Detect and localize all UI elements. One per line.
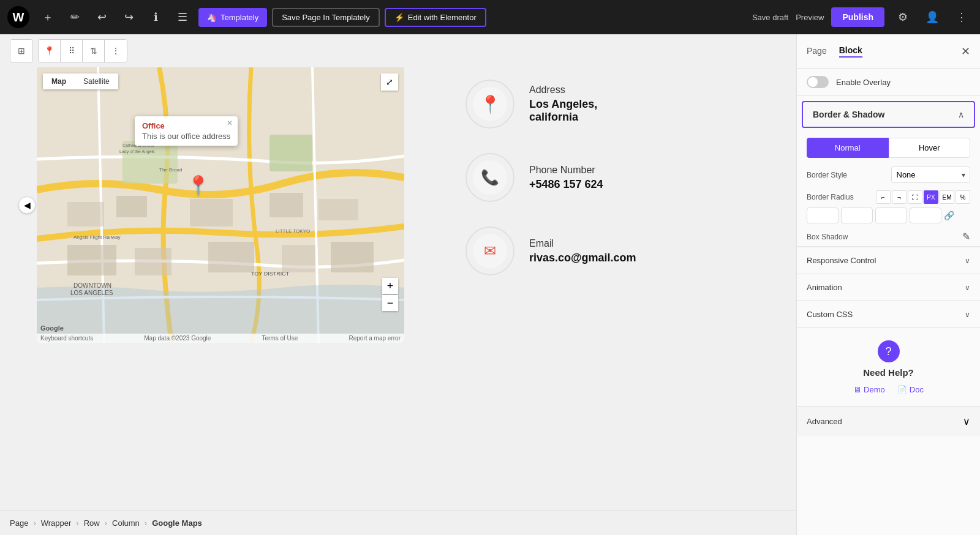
svg-text:TOY DISTRICT: TOY DISTRICT — [251, 271, 290, 277]
advanced-header: Advanced ∨ — [797, 407, 980, 436]
help-title: Need Help? — [807, 367, 970, 378]
state-tab-hover[interactable]: Hover — [889, 138, 971, 158]
nav-arrow-left[interactable]: ◀ — [18, 196, 36, 214]
email-text: Email rivas.co@gmail.com — [529, 238, 636, 264]
toolbar-group-1: ⊞ — [10, 39, 33, 62]
svg-text:DOWNTOWN: DOWNTOWN — [74, 282, 111, 289]
templately-button[interactable]: 🦄 Templately — [198, 8, 267, 27]
map-fullscreen-button[interactable]: ⤢ — [381, 73, 398, 91]
breadcrumb-sep-2: › — [76, 518, 78, 528]
breadcrumb: Page › Wrapper › Row › Column › Google M… — [0, 511, 796, 535]
breadcrumb-column[interactable]: Column — [112, 518, 140, 528]
border-style-select-wrapper: None Solid Dashed Dotted Double — [891, 166, 971, 183]
phone-icon-circle: 📞 — [466, 153, 514, 202]
email-value: rivas.co@gmail.com — [529, 252, 636, 264]
enable-overlay-toggle[interactable] — [807, 76, 829, 88]
border-shadow-section-header[interactable]: Border & Shadow ∧ — [802, 101, 975, 128]
columns-layout-button[interactable]: ⊞ — [10, 40, 32, 62]
br-unit-icon-topright[interactable]: ¬ — [892, 190, 907, 204]
breadcrumb-row[interactable]: Row — [84, 518, 100, 528]
add-button[interactable]: ＋ — [37, 6, 59, 28]
doc-icon: 📄 — [897, 385, 907, 394]
arrows-up-down-button[interactable]: ⇅ — [83, 40, 105, 62]
map-zoom-in-button[interactable]: + — [382, 278, 398, 294]
map-container[interactable]: DOWNTOWN LOS ANGELES TOY DISTRICT Angels… — [37, 67, 404, 343]
settings-button[interactable]: ⚙ — [892, 6, 914, 28]
svg-rect-6 — [67, 245, 116, 275]
box-shadow-edit-icon[interactable]: ✎ — [962, 231, 970, 242]
breadcrumb-google-maps[interactable]: Google Maps — [152, 518, 202, 528]
doc-link[interactable]: 📄 Doc — [897, 385, 924, 394]
border-style-select[interactable]: None Solid Dashed Dotted Double — [891, 166, 971, 183]
preview-button[interactable]: Preview — [796, 13, 824, 22]
map-data-credit: Map data ©2023 Google — [144, 335, 211, 342]
br-unit-percent[interactable]: % — [956, 190, 970, 204]
br-input-bottomright[interactable] — [875, 208, 907, 223]
animation-chevron-icon: ∨ — [965, 283, 970, 292]
tab-block[interactable]: Block — [839, 45, 862, 58]
map-tab-map[interactable]: Map — [43, 73, 75, 89]
more-options-button[interactable]: ⋮ — [951, 6, 973, 28]
br-unit-px[interactable]: PX — [924, 190, 938, 204]
state-tab-normal[interactable]: Normal — [807, 138, 889, 158]
tab-page[interactable]: Page — [807, 46, 827, 57]
svg-rect-1 — [67, 202, 104, 226]
email-icon-inner: ✉ — [473, 234, 507, 268]
map-zoom-out-button[interactable]: − — [382, 295, 398, 311]
topbar: W ＋ ✏ ↩ ↪ ℹ ☰ 🦄 Templately Save Page In … — [0, 0, 980, 34]
help-section: ? Need Help? 🖥 Demo 📄 Doc — [797, 327, 980, 406]
map-tab-satellite[interactable]: Satellite — [75, 73, 118, 89]
responsive-control-section[interactable]: Responsive Control ∨ — [797, 247, 980, 274]
svg-text:The Broad: The Broad — [159, 167, 182, 173]
user-avatar[interactable]: 👤 — [921, 6, 943, 28]
phone-icon-inner: 📞 — [473, 160, 507, 195]
contact-item-email: ✉ Email rivas.co@gmail.com — [466, 226, 760, 275]
menu-button[interactable]: ☰ — [172, 6, 194, 28]
templately-icon: 🦄 — [207, 13, 217, 22]
br-input-topright[interactable] — [841, 208, 873, 223]
advanced-section[interactable]: Advanced ∨ — [797, 406, 980, 436]
map-footer: Keyboard shortcuts Map data ©2023 Google… — [37, 334, 404, 343]
more-button[interactable]: ⋮ — [105, 40, 127, 62]
animation-title: Animation — [807, 283, 965, 292]
br-unit-icon-topleft[interactable]: ⌐ — [876, 190, 891, 204]
contact-item-phone: 📞 Phone Number +5486 157 624 — [466, 153, 760, 202]
wp-logo-icon[interactable]: W — [7, 6, 29, 28]
map-popup-close[interactable]: ✕ — [227, 119, 233, 127]
redo-button[interactable]: ↪ — [118, 6, 140, 28]
info-button[interactable]: ℹ — [145, 6, 167, 28]
breadcrumb-page[interactable]: Page — [10, 518, 28, 528]
svg-rect-8 — [208, 242, 254, 272]
edit-elementor-button[interactable]: ⚡ Edit with Elementor — [385, 8, 486, 27]
location-button[interactable]: 📍 — [39, 40, 61, 62]
elementor-icon: ⚡ — [394, 13, 404, 22]
contact-info: 📍 Address Los Angeles,california 📞 Phone… — [429, 67, 760, 275]
map-popup-text: This is our office address — [142, 132, 230, 141]
address-label: Address — [529, 84, 597, 95]
border-style-row: Border Style None Solid Dashed Dotted Do… — [797, 163, 980, 187]
publish-button[interactable]: Publish — [831, 7, 884, 27]
custom-css-section[interactable]: Custom CSS ∨ — [797, 301, 980, 327]
br-input-bottomleft[interactable] — [910, 208, 941, 223]
animation-section[interactable]: Animation ∨ — [797, 274, 980, 301]
br-link-icon[interactable]: 🔗 — [944, 211, 954, 220]
address-text: Address Los Angeles,california — [529, 84, 597, 124]
box-shadow-row: Box Shadow ✎ — [797, 227, 980, 247]
svg-text:LITTLE TOKYO: LITTLE TOKYO — [276, 228, 310, 234]
breadcrumb-wrapper[interactable]: Wrapper — [41, 518, 72, 528]
undo-button[interactable]: ↩ — [91, 6, 113, 28]
state-tabs: Normal Hover — [797, 133, 980, 163]
br-unit-icon-link[interactable]: ⛶ — [908, 190, 922, 204]
edit-icon[interactable]: ✏ — [64, 6, 86, 28]
br-input-topleft[interactable] — [807, 208, 839, 223]
grid-button[interactable]: ⠿ — [61, 40, 83, 62]
panel-close-button[interactable]: ✕ — [961, 45, 970, 58]
address-value: Los Angeles,california — [529, 98, 597, 124]
br-unit-em[interactable]: EM — [940, 190, 954, 204]
demo-link[interactable]: 🖥 Demo — [853, 385, 885, 394]
svg-rect-10 — [331, 242, 374, 272]
save-draft-button[interactable]: Save draft — [752, 13, 788, 22]
map-background: DOWNTOWN LOS ANGELES TOY DISTRICT Angels… — [37, 67, 404, 343]
contact-item-address: 📍 Address Los Angeles,california — [466, 80, 760, 129]
save-in-templately-button[interactable]: Save Page In Templately — [272, 8, 380, 27]
